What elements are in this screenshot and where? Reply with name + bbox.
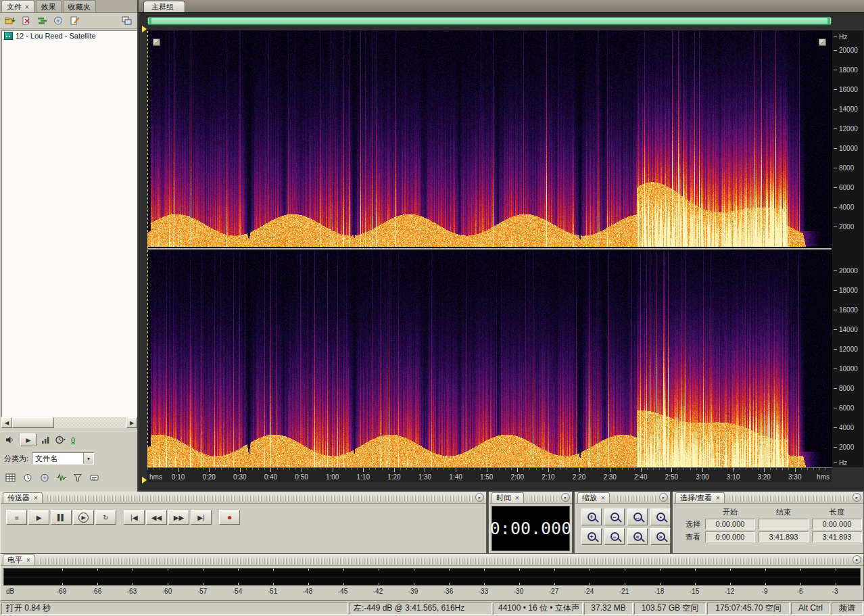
status-free-time: 175:07:45.70 空间	[707, 602, 790, 615]
freq-tick-label: 20000	[834, 47, 858, 54]
files-metadata-button[interactable]	[88, 471, 103, 484]
zoom-out-full-button[interactable]: ↔	[627, 508, 648, 525]
go-to-end-button[interactable]: ▶|	[191, 510, 212, 525]
zoom-to-selection-button[interactable]: ▪	[650, 508, 671, 525]
panel-menu-button[interactable]: ▸	[853, 493, 861, 502]
files-grid-button[interactable]	[3, 471, 18, 484]
selection-tab[interactable]: 选择/查看×	[675, 492, 725, 503]
selection-row-label: 查看	[677, 531, 702, 542]
levels-scale-label: -69	[57, 588, 66, 595]
play-looped-button[interactable]: ▶	[73, 510, 94, 525]
selection-field[interactable]: 3:41.893	[812, 531, 862, 542]
freq-tick-label: 4000	[834, 204, 854, 211]
sort-select[interactable]: 文件名 ▼	[32, 452, 94, 465]
close-tab-icon[interactable]: ×	[25, 4, 29, 11]
close-panel-icon[interactable]: ×	[26, 557, 30, 564]
timeline-ruler[interactable]: hms hms 0:100:200:300:400:501:001:101:20…	[147, 467, 832, 482]
scrollbar-thumb[interactable]	[12, 417, 54, 428]
close-file-button[interactable]	[19, 14, 34, 27]
files-tab-1[interactable]: 文件×	[1, 0, 34, 12]
selection-field[interactable]: 0:00.000	[705, 519, 755, 529]
dropdown-arrow-icon[interactable]: ▼	[83, 453, 93, 464]
playhead[interactable]	[147, 30, 148, 467]
corner-handle-right[interactable]	[819, 39, 826, 46]
file-list-scrollbar[interactable]: ◀ ▶	[1, 417, 137, 428]
zoom-in-horizontal-icon: +	[587, 513, 596, 521]
file-list[interactable]: 12 - Lou Reed - Satellite	[1, 30, 137, 417]
status-view-mode[interactable]: 频谱	[832, 602, 863, 615]
zoom-in-horizontal-button[interactable]: +	[581, 508, 602, 525]
files-tab-3[interactable]: 收藏夹	[63, 0, 96, 12]
level-meter[interactable]	[3, 568, 861, 586]
record-button[interactable]: ●	[219, 510, 240, 525]
panel-menu-button[interactable]: ▸	[561, 493, 570, 502]
close-panel-icon[interactable]: ×	[716, 495, 720, 502]
panel-grip[interactable]	[47, 496, 473, 502]
close-panel-icon[interactable]: ×	[601, 495, 605, 502]
spectrogram-view[interactable]	[147, 30, 832, 467]
go-to-start-button[interactable]: |◀	[124, 510, 145, 525]
time-tab[interactable]: 时间×	[491, 492, 524, 503]
panel-menu-button[interactable]: ▸	[659, 493, 668, 502]
preview-volume-value[interactable]: 0	[71, 436, 75, 444]
fast-forward-button[interactable]: ▶▶	[168, 510, 189, 525]
range-marker-top[interactable]	[142, 26, 147, 32]
stop-button[interactable]: ■	[6, 510, 27, 525]
time-display[interactable]: 0:00.000	[491, 506, 570, 551]
panel-menu-button[interactable]: ▸	[475, 493, 484, 502]
transport-tab[interactable]: 传送器×	[3, 492, 43, 503]
preview-play-button[interactable]: ▶	[20, 433, 37, 446]
levels-tab[interactable]: 电平×	[3, 554, 35, 565]
rewind-button[interactable]: ◀◀	[146, 510, 167, 525]
horizontal-range-bar[interactable]	[147, 17, 832, 25]
import-file-button[interactable]	[3, 14, 18, 27]
files-tab-2[interactable]: 效果	[36, 0, 62, 12]
zoom-tab[interactable]: 缩放×	[577, 492, 610, 503]
panel-menu-button[interactable]: ▸	[853, 555, 861, 564]
files-filter-button[interactable]	[71, 471, 86, 484]
selection-field[interactable]: 0:00.000	[812, 519, 862, 529]
preview-time-icon[interactable]	[55, 435, 66, 444]
files-cd-view-button[interactable]	[37, 471, 52, 484]
time-panel: 时间× ▸ 0:00.000	[489, 492, 573, 554]
volume-meter-icon[interactable]	[41, 435, 51, 444]
panel-grip[interactable]	[528, 496, 558, 502]
freq-tick-label: 14000	[834, 326, 858, 333]
frequency-ruler[interactable]: Hz20000180001600014000120001000080006000…	[832, 30, 863, 467]
play-button[interactable]: ▶	[28, 510, 49, 525]
timeline-tick-label: 2:50	[665, 473, 678, 481]
levels-scale-label: -51	[268, 588, 277, 595]
timeline-tick-label: 3:10	[727, 473, 740, 481]
tab-main-group[interactable]: 主群组	[143, 1, 185, 12]
insert-into-multitrack-button[interactable]	[35, 14, 50, 27]
selection-field[interactable]	[759, 519, 809, 529]
insert-into-cd-button[interactable]	[51, 14, 66, 27]
close-panel-icon[interactable]: ×	[515, 495, 519, 502]
scroll-left-button[interactable]: ◀	[1, 417, 12, 428]
zoom-out-horizontal-button[interactable]: −	[604, 508, 625, 525]
selection-field[interactable]: 0:00.000	[705, 531, 755, 542]
files-waveform-view-button[interactable]	[54, 471, 69, 484]
range-marker-bottom[interactable]	[142, 477, 147, 483]
spectrogram-canvas[interactable]	[147, 30, 832, 467]
zoom-out-vertical-button[interactable]: −	[604, 528, 625, 545]
files-recent-button[interactable]	[20, 471, 35, 484]
selection-field[interactable]: 3:41.893	[759, 531, 809, 542]
zoom-right-edge-button[interactable]: »	[650, 528, 671, 545]
file-list-item[interactable]: 12 - Lou Reed - Satellite	[2, 31, 137, 41]
panel-options-button[interactable]	[120, 14, 135, 27]
zoom-in-vertical-button[interactable]: +	[581, 528, 602, 545]
timeline-tick	[579, 468, 580, 472]
scroll-right-button[interactable]: ▶	[126, 417, 137, 428]
corner-handle-left[interactable]	[153, 39, 160, 46]
pause-button[interactable]: ▌▌	[51, 510, 72, 525]
panel-grip[interactable]	[729, 496, 850, 502]
levels-scale-label: -36	[443, 588, 453, 595]
zoom-left-edge-button[interactable]: «	[627, 528, 648, 545]
close-panel-icon[interactable]: ×	[34, 495, 38, 502]
scrollbar-track[interactable]	[12, 417, 126, 428]
panel-grip[interactable]	[39, 558, 850, 564]
edit-file-button[interactable]	[68, 14, 82, 27]
loop-button[interactable]: ↻	[95, 510, 116, 525]
panel-grip[interactable]	[614, 496, 656, 502]
